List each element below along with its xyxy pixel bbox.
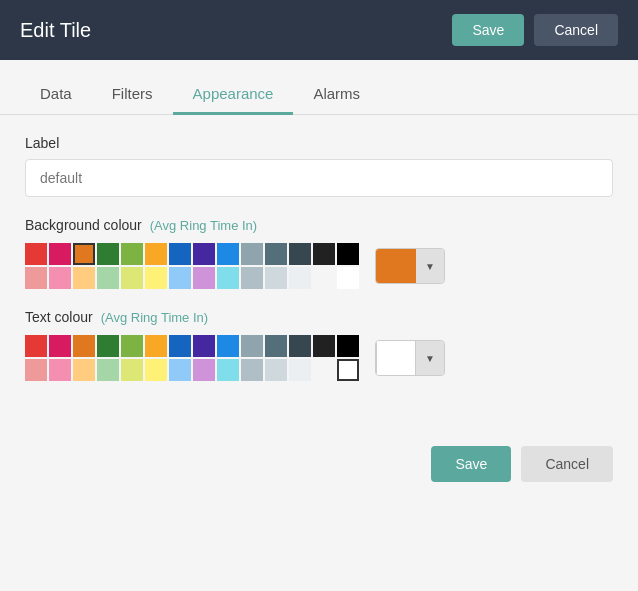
color-swatch[interactable] [49,359,71,381]
text-colour-title: Text colour (Avg Ring Time In) [25,309,613,325]
color-swatch[interactable] [265,335,287,357]
color-swatch[interactable] [337,359,359,381]
color-swatch[interactable] [193,335,215,357]
color-swatch[interactable] [313,335,335,357]
background-colour-grid [25,243,359,289]
appearance-panel: Label Background colour (Avg Ring Time I… [0,115,638,421]
color-swatch[interactable] [217,335,239,357]
dialog-header: Edit Tile Save Cancel [0,0,638,60]
header-cancel-button[interactable]: Cancel [534,14,618,46]
color-swatch[interactable] [73,267,95,289]
color-swatch[interactable] [25,243,47,265]
footer-actions: Save Cancel [0,431,638,497]
color-swatch[interactable] [169,359,191,381]
footer-cancel-button[interactable]: Cancel [521,446,613,482]
color-swatch[interactable] [73,243,95,265]
color-swatch[interactable] [313,267,335,289]
color-swatch[interactable] [337,267,359,289]
color-swatch[interactable] [265,267,287,289]
dialog-title: Edit Tile [20,19,91,42]
tab-bar: Data Filters Appearance Alarms [0,60,638,115]
tab-appearance[interactable]: Appearance [173,75,294,115]
label-field-label: Label [25,135,613,151]
color-swatch[interactable] [169,335,191,357]
color-swatch[interactable] [73,335,95,357]
background-colour-selector: ▼ [375,248,445,284]
text-colour-dropdown[interactable]: ▼ [416,340,444,376]
color-swatch[interactable] [289,243,311,265]
color-swatch[interactable] [145,267,167,289]
color-swatch[interactable] [121,267,143,289]
text-colour-section: Text colour (Avg Ring Time In) ▼ [25,309,613,381]
color-swatch[interactable] [265,243,287,265]
color-swatch[interactable] [97,335,119,357]
background-colour-dropdown[interactable]: ▼ [416,248,444,284]
color-swatch[interactable] [49,335,71,357]
text-colour-selector: ▼ [375,340,445,376]
color-swatch[interactable] [217,267,239,289]
color-swatch[interactable] [25,335,47,357]
color-swatch[interactable] [217,243,239,265]
label-input[interactable] [25,159,613,197]
color-swatch[interactable] [193,267,215,289]
color-swatch[interactable] [241,335,263,357]
color-swatch[interactable] [97,243,119,265]
color-swatch[interactable] [169,243,191,265]
color-swatch[interactable] [73,359,95,381]
color-swatch[interactable] [97,267,119,289]
color-swatch[interactable] [145,359,167,381]
dialog-content: Data Filters Appearance Alarms Label Bac… [0,60,638,591]
tab-data[interactable]: Data [20,75,92,115]
color-swatch[interactable] [121,243,143,265]
background-colour-palette-row: ▼ [25,243,613,289]
text-colour-grid [25,335,359,381]
color-swatch[interactable] [145,243,167,265]
color-swatch[interactable] [337,243,359,265]
color-swatch[interactable] [313,243,335,265]
color-swatch[interactable] [25,359,47,381]
background-colour-title: Background colour (Avg Ring Time In) [25,217,613,233]
color-swatch[interactable] [241,267,263,289]
color-swatch[interactable] [49,243,71,265]
color-swatch[interactable] [217,359,239,381]
color-swatch[interactable] [289,335,311,357]
color-swatch[interactable] [49,267,71,289]
color-swatch[interactable] [25,267,47,289]
color-swatch[interactable] [121,359,143,381]
color-swatch[interactable] [289,359,311,381]
color-swatch[interactable] [241,243,263,265]
color-swatch[interactable] [97,359,119,381]
color-swatch[interactable] [241,359,263,381]
color-swatch[interactable] [169,267,191,289]
text-colour-swatch [376,340,416,376]
color-swatch[interactable] [145,335,167,357]
color-swatch[interactable] [121,335,143,357]
color-swatch[interactable] [193,243,215,265]
background-colour-swatch [376,248,416,284]
color-swatch[interactable] [289,267,311,289]
header-actions: Save Cancel [452,14,618,46]
header-save-button[interactable]: Save [452,14,524,46]
footer-save-button[interactable]: Save [431,446,511,482]
background-colour-section: Background colour (Avg Ring Time In) ▼ [25,217,613,289]
tab-filters[interactable]: Filters [92,75,173,115]
color-swatch[interactable] [193,359,215,381]
tab-alarms[interactable]: Alarms [293,75,380,115]
color-swatch[interactable] [313,359,335,381]
color-swatch[interactable] [265,359,287,381]
text-colour-palette-row: ▼ [25,335,613,381]
color-swatch[interactable] [337,335,359,357]
